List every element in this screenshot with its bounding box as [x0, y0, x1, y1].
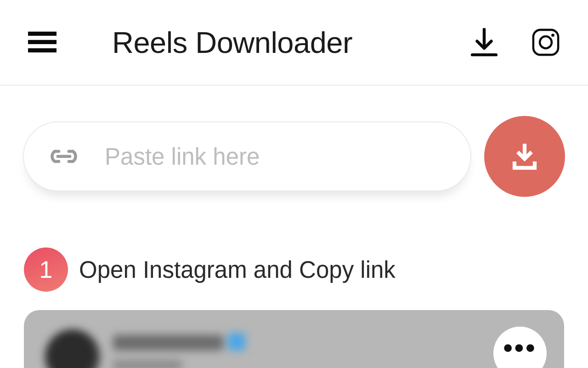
header-actions: [468, 26, 562, 59]
svg-rect-5: [533, 30, 558, 55]
instructions: 1 Open Instagram and Copy link •••: [23, 247, 565, 368]
open-instagram-button[interactable]: [529, 26, 562, 59]
example-verified-badge: [228, 333, 245, 351]
example-subtext-placeholder: [113, 360, 182, 368]
page-title: Reels Downloader: [112, 25, 352, 60]
menu-button[interactable]: [26, 26, 59, 59]
svg-point-6: [540, 36, 552, 48]
app-header: Reels Downloader: [0, 0, 588, 86]
instagram-icon: [531, 28, 560, 57]
svg-point-7: [551, 34, 554, 37]
link-input-row: [23, 116, 565, 197]
svg-rect-0: [28, 32, 57, 36]
download-tray-icon: [509, 141, 540, 172]
instruction-step: 1 Open Instagram and Copy link: [24, 247, 564, 292]
link-icon: [48, 140, 80, 172]
svg-rect-1: [28, 40, 57, 44]
download-arrow-icon: [470, 28, 498, 57]
step-text: Open Instagram and Copy link: [79, 256, 396, 283]
menu-icon: [28, 31, 57, 53]
link-input[interactable]: [105, 143, 447, 170]
download-button[interactable]: [484, 116, 565, 197]
main-content: 1 Open Instagram and Copy link •••: [0, 86, 588, 368]
step-number-badge: 1: [24, 247, 68, 292]
downloads-button[interactable]: [468, 26, 501, 59]
example-post-preview: •••: [24, 310, 564, 368]
svg-rect-2: [28, 48, 57, 52]
example-username-placeholder: [113, 335, 223, 351]
link-field[interactable]: [23, 121, 471, 191]
example-avatar: [45, 329, 100, 368]
